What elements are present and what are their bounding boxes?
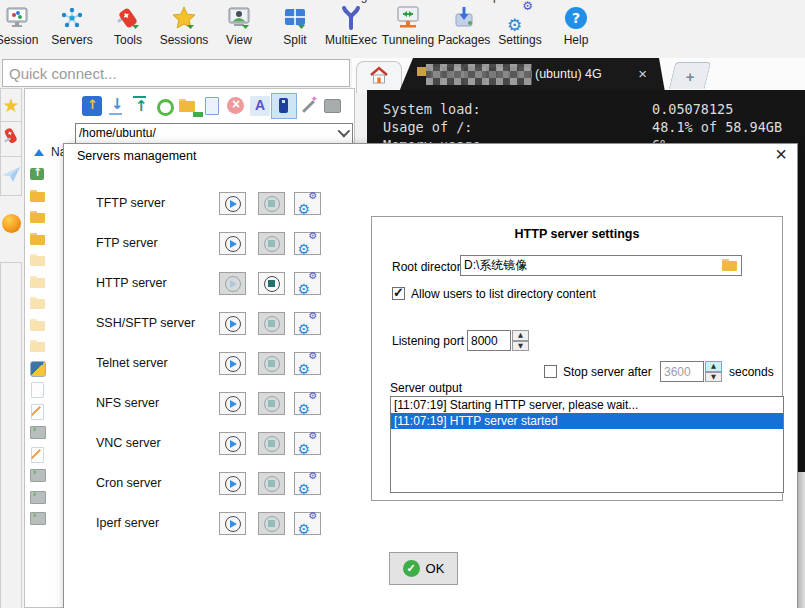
stop-server-button[interactable] bbox=[258, 392, 285, 415]
sidebar-tab-tools[interactable] bbox=[0, 121, 22, 157]
app-window: TerminalSessionsViewX serverToolsSetting… bbox=[0, 0, 805, 608]
start-server-button[interactable] bbox=[219, 472, 246, 495]
menu-item-x-server[interactable]: X server bbox=[195, 0, 240, 3]
delete-button[interactable] bbox=[223, 93, 249, 119]
listening-port-spinner: ▲ ▼ bbox=[467, 330, 529, 351]
dialog-close-icon[interactable]: × bbox=[775, 144, 787, 164]
allow-list-checkbox[interactable] bbox=[392, 287, 405, 300]
server-settings-button[interactable]: ⚙⚙ bbox=[294, 312, 321, 335]
toolbar-button-session[interactable]: Session bbox=[0, 4, 45, 56]
refresh-button[interactable] bbox=[151, 93, 177, 119]
gear-big-icon: ⚙ bbox=[298, 361, 311, 377]
stop-server-button[interactable] bbox=[258, 512, 285, 535]
toolbar-button-packages[interactable]: Packages bbox=[436, 4, 492, 56]
spin-down-icon[interactable]: ▼ bbox=[705, 372, 722, 383]
path-input[interactable] bbox=[76, 124, 336, 141]
server-settings-button[interactable]: ⚙⚙ bbox=[294, 512, 321, 535]
spin-up-icon[interactable]: ▲ bbox=[705, 361, 722, 372]
new-tab-button[interactable]: + bbox=[669, 62, 712, 89]
toolbar-button-multiexec[interactable]: MultiExec bbox=[323, 4, 379, 56]
menu-item-view[interactable]: View bbox=[150, 0, 176, 3]
toolbar-button-sessions[interactable]: Sessions bbox=[156, 4, 212, 56]
new-file-button[interactable] bbox=[199, 93, 225, 119]
sidebar-tab-macros[interactable] bbox=[0, 156, 22, 196]
spin-up-icon[interactable]: ▲ bbox=[512, 330, 529, 341]
start-server-button[interactable] bbox=[219, 272, 246, 295]
path-dropdown[interactable] bbox=[75, 123, 353, 144]
server-settings-button[interactable]: ⚙⚙ bbox=[294, 192, 321, 215]
play-icon bbox=[225, 396, 241, 412]
toolbar-button-view[interactable]: View bbox=[211, 4, 267, 56]
session-tab-label: (ubuntu) 4G bbox=[535, 67, 602, 81]
server-settings-button[interactable]: ⚙⚙ bbox=[294, 272, 321, 295]
browse-folder-icon[interactable] bbox=[722, 259, 738, 272]
toolbar-button-split[interactable]: Split bbox=[267, 4, 323, 56]
start-server-button[interactable] bbox=[219, 512, 246, 535]
start-server-button[interactable] bbox=[219, 312, 246, 335]
parent-folder-button[interactable] bbox=[79, 93, 105, 119]
new-folder-button[interactable] bbox=[175, 93, 201, 119]
root-directory-input[interactable] bbox=[461, 256, 723, 275]
stop-server-button[interactable] bbox=[258, 432, 285, 455]
stop-square bbox=[268, 480, 275, 487]
server-settings-button[interactable]: ⚙⚙ bbox=[294, 232, 321, 255]
sidebar-tab-empty[interactable] bbox=[0, 262, 22, 608]
server-settings-button[interactable]: ⚙⚙ bbox=[294, 392, 321, 415]
tab-close-icon[interactable]: × bbox=[638, 65, 647, 82]
toolbar-button-tunneling[interactable]: Tunneling bbox=[380, 4, 436, 56]
server-settings-button[interactable]: ⚙⚙ bbox=[294, 432, 321, 455]
server-output-list[interactable]: [11:07:19] Starting HTTP server, please … bbox=[390, 396, 784, 493]
help-icon: ? bbox=[562, 4, 590, 32]
terminal-button[interactable] bbox=[319, 93, 345, 119]
ok-button[interactable]: ✓ OK bbox=[389, 552, 458, 585]
menu-item-macros[interactable]: Macros bbox=[404, 0, 443, 3]
menu-item-help[interactable]: Help bbox=[475, 0, 500, 3]
stop-after-input[interactable] bbox=[660, 361, 704, 382]
stop-after-checkbox[interactable] bbox=[544, 365, 557, 378]
menu-item-terminal[interactable]: Terminal bbox=[2, 0, 47, 3]
stop-server-button[interactable] bbox=[258, 312, 285, 335]
stop-server-button[interactable] bbox=[258, 472, 285, 495]
device-button[interactable] bbox=[271, 93, 297, 119]
download-button[interactable] bbox=[103, 93, 129, 119]
rename-button[interactable] bbox=[247, 93, 273, 119]
server-settings-button[interactable]: ⚙⚙ bbox=[294, 352, 321, 375]
quick-connect-input[interactable] bbox=[2, 59, 350, 87]
stop-server-button[interactable] bbox=[258, 272, 285, 295]
listening-port-input[interactable] bbox=[467, 330, 511, 351]
stop-server-button[interactable] bbox=[258, 192, 285, 215]
toolbar-button-help[interactable]: ?Help bbox=[548, 4, 604, 56]
globe-icon[interactable] bbox=[2, 214, 21, 233]
session-tab[interactable]: (ubuntu) 4G × bbox=[399, 58, 665, 92]
gear-small-icon: ⚙ bbox=[309, 350, 318, 361]
server-output-label: Server output bbox=[390, 381, 462, 395]
toolbar-button-servers[interactable]: Servers bbox=[44, 4, 100, 56]
stop-server-button[interactable] bbox=[258, 232, 285, 255]
start-server-button[interactable] bbox=[219, 232, 246, 255]
server-settings-button[interactable]: ⚙⚙ bbox=[294, 472, 321, 495]
sidebar-tab-sessions[interactable]: ★ bbox=[0, 88, 22, 122]
toolbar-button-label: Session bbox=[0, 33, 38, 47]
output-line[interactable]: [11:07:19] Starting HTTP server, please … bbox=[391, 397, 783, 413]
menu-item-tools[interactable]: Tools bbox=[268, 0, 296, 3]
menu-item-settings[interactable]: Settings bbox=[330, 0, 373, 3]
menu-item-sessions[interactable]: Sessions bbox=[74, 0, 123, 3]
wand-button[interactable] bbox=[295, 93, 321, 119]
toolbar-button-tools[interactable]: Tools bbox=[100, 4, 156, 56]
start-server-button[interactable] bbox=[219, 432, 246, 455]
start-server-button[interactable] bbox=[219, 192, 246, 215]
ok-button-label: OK bbox=[426, 561, 445, 576]
chevron-down-icon[interactable] bbox=[338, 125, 351, 138]
output-line[interactable]: [11:07:19] HTTP server started bbox=[391, 413, 783, 429]
play-triangle bbox=[230, 400, 237, 408]
home-tab[interactable] bbox=[356, 61, 402, 93]
start-server-button[interactable] bbox=[219, 392, 246, 415]
session-tab-icon bbox=[417, 67, 426, 76]
toolbar-button-settings[interactable]: ⚙⚙Settings bbox=[492, 4, 548, 56]
upload-button[interactable] bbox=[127, 93, 153, 119]
spin-down-icon[interactable]: ▼ bbox=[512, 341, 529, 352]
start-server-button[interactable] bbox=[219, 352, 246, 375]
http-server-settings-panel: HTTP server settings Root directory Allo… bbox=[371, 216, 783, 501]
stop-server-button[interactable] bbox=[258, 352, 285, 375]
folder-icon bbox=[29, 209, 46, 225]
